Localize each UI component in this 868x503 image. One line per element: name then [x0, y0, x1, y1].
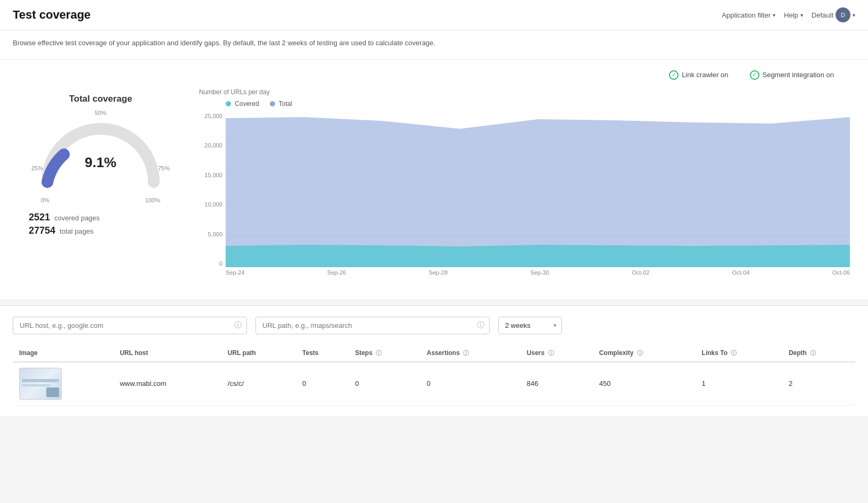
gauge-label-50: 50%: [18, 110, 183, 116]
coverage-table: Image URL host URL path Tests Steps ⓘ As…: [13, 345, 855, 406]
covered-label: covered pages: [54, 214, 100, 222]
thumb-stripe-2: [22, 384, 51, 386]
coverage-panel: ✓ Link crawler on ✓ Segment integration …: [0, 59, 868, 299]
gauge-label-100: 100%: [145, 197, 160, 203]
gauge-section: Total coverage 50% 9.1% 25% 75% 0% 100%: [13, 88, 194, 244]
x-axis: Sep-24 Sep-26 Sep-28 Sep-30 Oct-02 Oct-0…: [226, 267, 850, 283]
table-row: www.mabl.com /cs/c/ 0 0 0 846 450 1 2: [13, 362, 855, 406]
thumb-stripe-1: [22, 379, 59, 382]
chart-svg: [226, 113, 850, 267]
gauge-container: 9.1% 25% 75% 0% 100%: [37, 118, 164, 203]
col-steps: Steps ⓘ: [349, 345, 420, 362]
page-description: Browse effective test coverage of your a…: [0, 30, 868, 59]
host-filter-wrap: ⓘ: [13, 317, 247, 334]
gauge-label-25: 25%: [31, 165, 43, 171]
links-to-info-icon[interactable]: ⓘ: [731, 350, 737, 356]
gauge-label-75: 75%: [158, 165, 170, 171]
app-filter-arrow-icon: ▾: [773, 12, 775, 18]
cell-image: [13, 362, 113, 406]
col-complexity: Complexity ⓘ: [593, 345, 696, 362]
table-section: ⓘ ⓘ 2 weeks 1 week 1 month ▾ Image URL h…: [0, 306, 868, 416]
chart-title: Number of URLs per day: [199, 88, 850, 96]
col-depth: Depth ⓘ: [782, 345, 855, 362]
user-menu-button[interactable]: Default D ▾: [812, 7, 855, 22]
table-header: Image URL host URL path Tests Steps ⓘ As…: [13, 345, 855, 362]
thumbnail-inner: [20, 368, 61, 399]
top-right-nav: Application filter ▾ Help ▾ Default D ▾: [722, 7, 855, 22]
legend-total: Total: [270, 100, 292, 108]
link-crawler-status: ✓ Link crawler on: [669, 70, 728, 80]
y-axis: 25,000 20,000 15,000 10,000 5,000 0: [199, 113, 226, 267]
user-arrow-icon: ▾: [853, 12, 855, 18]
complexity-info-icon[interactable]: ⓘ: [637, 350, 643, 356]
chart-legend: Covered Total: [199, 100, 850, 108]
app-filter-button[interactable]: Application filter ▾: [722, 11, 775, 19]
segment-integration-check-icon: ✓: [750, 70, 759, 80]
help-button[interactable]: Help ▾: [784, 11, 803, 19]
chart-area: [226, 113, 850, 267]
total-dot-icon: [270, 101, 275, 106]
legend-covered: Covered: [226, 100, 259, 108]
cell-users: 846: [520, 362, 593, 406]
path-filter-input[interactable]: [255, 317, 490, 334]
col-links-to: Links To ⓘ: [696, 345, 782, 362]
col-assertions: Assertions ⓘ: [420, 345, 520, 362]
col-tests: Tests: [296, 345, 349, 362]
cell-assertions: 0: [420, 362, 520, 406]
users-info-icon[interactable]: ⓘ: [548, 350, 554, 356]
status-indicators: ✓ Link crawler on ✓ Segment integration …: [13, 70, 855, 80]
page-thumbnail: [19, 368, 62, 400]
thumb-img-icon: [46, 387, 59, 397]
coverage-body: Total coverage 50% 9.1% 25% 75% 0% 100%: [13, 88, 855, 283]
top-bar: Test coverage Application filter ▾ Help …: [0, 0, 868, 30]
cell-url-path: /cs/c/: [221, 362, 296, 406]
time-filter-wrap: 2 weeks 1 week 1 month ▾: [498, 317, 562, 334]
chart-section: Number of URLs per day Covered Total 25,…: [194, 88, 855, 283]
col-users: Users ⓘ: [520, 345, 593, 362]
steps-info-icon[interactable]: ⓘ: [376, 350, 382, 356]
time-filter-select[interactable]: 2 weeks 1 week 1 month: [498, 317, 562, 334]
table-body: www.mabl.com /cs/c/ 0 0 0 846 450 1 2: [13, 362, 855, 406]
host-filter-input[interactable]: [13, 317, 247, 334]
covered-pages-stat: 2521 covered pages: [29, 212, 183, 223]
path-info-icon[interactable]: ⓘ: [477, 320, 484, 330]
col-image: Image: [13, 345, 113, 362]
host-info-icon[interactable]: ⓘ: [234, 320, 242, 330]
total-label: total pages: [60, 227, 94, 235]
svg-marker-7: [226, 245, 850, 267]
filter-row: ⓘ ⓘ 2 weeks 1 week 1 month ▾: [13, 317, 855, 334]
path-filter-wrap: ⓘ: [255, 317, 490, 334]
total-count: 27754: [29, 225, 55, 236]
page-title: Test coverage: [13, 8, 90, 22]
cell-url-host: www.mabl.com: [113, 362, 221, 406]
avatar: D: [836, 7, 850, 22]
gauge-label-0: 0%: [41, 197, 49, 203]
col-url-path: URL path: [221, 345, 296, 362]
gauge-stats: 2521 covered pages 27754 total pages: [18, 212, 183, 236]
covered-dot-icon: [226, 101, 231, 106]
svg-marker-6: [226, 117, 850, 267]
chart-wrapper: 25,000 20,000 15,000 10,000 5,000 0: [199, 113, 850, 283]
covered-count: 2521: [29, 212, 50, 223]
cell-tests: 0: [296, 362, 349, 406]
link-crawler-check-icon: ✓: [669, 70, 679, 80]
table-header-row: Image URL host URL path Tests Steps ⓘ As…: [13, 345, 855, 362]
gauge-title: Total coverage: [18, 94, 183, 104]
help-arrow-icon: ▾: [800, 12, 803, 18]
segment-integration-status: ✓ Segment integration on: [750, 70, 834, 80]
assertions-info-icon[interactable]: ⓘ: [463, 350, 469, 356]
depth-info-icon[interactable]: ⓘ: [810, 350, 816, 356]
total-pages-stat: 27754 total pages: [29, 225, 183, 236]
cell-complexity: 450: [593, 362, 696, 406]
cell-links-to: 1: [696, 362, 782, 406]
cell-steps: 0: [349, 362, 420, 406]
gauge-value: 9.1%: [85, 154, 116, 170]
cell-depth: 2: [782, 362, 855, 406]
col-url-host: URL host: [113, 345, 221, 362]
